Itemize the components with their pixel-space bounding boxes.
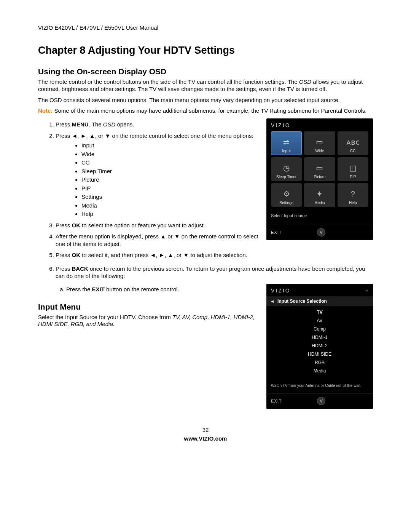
gear-icon: ⚙ (283, 189, 290, 198)
text: to select the option or feature you want… (80, 222, 205, 228)
text: button on the remote control. (105, 286, 179, 292)
osd-input-selection-image: VIZIO ⌂ ◄ Input Source Selection TV AV C… (266, 284, 373, 409)
steps-list-continued: Press BACK once to return to the previou… (38, 265, 373, 280)
step-5: Press OK to select it, and then press ◄,… (56, 251, 261, 259)
bullet: Settings (81, 193, 261, 201)
section-heading-input-menu: Input Menu (38, 302, 261, 312)
clock-icon: ◷ (283, 163, 290, 173)
osd-tile-pip[interactable]: ◫PIP (338, 157, 368, 181)
home-icon[interactable]: ⌂ (366, 288, 368, 293)
document-page: VIZIO E420VL / E470VL / E550VL User Manu… (0, 0, 411, 457)
osd-term: OSD (103, 121, 116, 128)
input-item-rgb[interactable]: RGB (266, 358, 373, 367)
manual-header-line: VIZIO E420VL / E470VL / E550VL User Manu… (38, 24, 373, 31)
osd-main-menu-image: VIZIO ⇌Input ▭Wide ᴀʙᴄCC ◷Sleep Timer ▭P… (266, 118, 373, 240)
bullet: Wide (81, 150, 261, 158)
bullet: PIP (81, 185, 261, 192)
text: The remote control or the control button… (38, 78, 299, 85)
osd-tile-settings[interactable]: ⚙Settings (271, 183, 302, 207)
text: once to return to the previous screen. T… (56, 265, 365, 280)
text: opens. (115, 121, 134, 128)
bullet: CC (81, 159, 261, 166)
osd-tile-grid: ⇌Input ▭Wide ᴀʙᴄCC ◷Sleep Timer ▭Picture… (266, 131, 373, 210)
input-item-av[interactable]: AV (266, 316, 373, 325)
chevron-left-icon[interactable]: ◄ (270, 299, 274, 304)
v-button[interactable]: V (317, 397, 325, 405)
page-number: 32 (38, 427, 373, 433)
text: . The (89, 121, 103, 128)
input-item-tv[interactable]: TV (266, 308, 373, 316)
menu-options-bullets: Input Wide CC Sleep Timer Picture PIP Se… (56, 142, 261, 218)
bullet: Sleep Timer (81, 168, 261, 175)
tile-label: Picture (314, 175, 325, 179)
tile-label: Sleep Timer (276, 175, 296, 179)
text: Press (56, 265, 72, 272)
help-icon: ? (351, 190, 355, 198)
tile-label: CC (350, 149, 355, 153)
step-6: Press BACK once to return to the previou… (56, 265, 373, 280)
exit-button[interactable]: EXIT (271, 399, 282, 403)
step-3: Press OK to select the option or feature… (56, 222, 261, 229)
osd-tile-sleep[interactable]: ◷Sleep Timer (271, 157, 302, 181)
osd-note: Note: Some of the main menu options may … (38, 107, 373, 115)
osd-term: OSD (299, 78, 312, 85)
osd2-top-bar: VIZIO ⌂ (266, 284, 373, 296)
osd-tile-media[interactable]: ✦Media (304, 183, 335, 207)
osd-paragraph-1: The remote control or the control button… (38, 78, 373, 93)
text: Press (56, 222, 72, 228)
input-icon: ⇌ (283, 137, 290, 147)
tile-label: Settings (280, 201, 293, 205)
input-menu-with-image: Press the EXIT button on the remote cont… (38, 284, 373, 409)
wide-icon: ▭ (316, 137, 323, 147)
vizio-brand: VIZIO (271, 288, 291, 294)
tile-label: PIP (350, 175, 356, 179)
pip-icon: ◫ (349, 163, 357, 173)
bullet: Picture (81, 176, 261, 184)
v-button[interactable]: V (317, 228, 325, 236)
osd-tile-wide[interactable]: ▭Wide (304, 131, 335, 155)
exit-button[interactable]: EXIT (271, 230, 282, 235)
input-item-hdmiside[interactable]: HDMI SIDE (266, 350, 373, 358)
steps-list: Press MENU. The OSD opens. Press ◄, ►, ▲… (38, 121, 261, 259)
bullet: Help (81, 210, 261, 218)
text: to select it, and then press ◄, ►, ▲, or… (80, 252, 247, 258)
osd2-title: Input Source Selection (277, 299, 327, 304)
tile-label: Input (282, 149, 291, 153)
back-key: BACK (72, 265, 88, 272)
osd-tile-picture[interactable]: ▭Picture (304, 157, 335, 181)
ok-key: OK (72, 252, 81, 258)
text: Select the Input Source for your HDTV. C… (38, 314, 172, 320)
steps-with-osd-image: Press MENU. The OSD opens. Press ◄, ►, ▲… (38, 118, 373, 263)
vizio-brand: VIZIO (266, 118, 373, 131)
media-icon: ✦ (316, 189, 323, 198)
text: Press (56, 121, 72, 128)
osd-tile-help[interactable]: ?Help (338, 183, 368, 207)
input-menu-text: Press the EXIT button on the remote cont… (38, 284, 261, 332)
input-item-comp[interactable]: Comp (266, 325, 373, 333)
osd2-title-bar: ◄ Input Source Selection (266, 296, 373, 307)
osd-tile-input[interactable]: ⇌Input (271, 131, 302, 155)
bullet: Input (81, 142, 261, 149)
bullet: Media (81, 202, 261, 209)
input-item-hdmi1[interactable]: HDMI-1 (266, 333, 373, 342)
text: Press the (66, 286, 92, 292)
input-menu-paragraph: Select the Input Source for your HDTV. C… (38, 314, 261, 328)
osd2-help-note: Watch TV from your Antenna or Cable out-… (266, 377, 373, 394)
steps-column: Press MENU. The OSD opens. Press ◄, ►, ▲… (38, 118, 261, 263)
tile-label: Wide (315, 149, 324, 153)
tile-label: Media (314, 201, 325, 205)
text: Press (56, 252, 72, 258)
osd2-bottom-bar: EXIT V (266, 393, 373, 409)
osd-caption: Select Input source (266, 210, 373, 225)
menu-key: MENU (72, 121, 89, 128)
input-item-media[interactable]: Media (266, 367, 373, 375)
step-6a: Press the EXIT button on the remote cont… (66, 286, 261, 292)
ok-key: OK (72, 222, 81, 228)
page-footer: 32 www.VIZIO.com (38, 427, 373, 442)
exit-key: EXIT (92, 286, 105, 292)
section-heading-osd: Using the On-screen Display OSD (38, 67, 373, 76)
input-item-hdmi2[interactable]: HDMI-2 (266, 342, 373, 350)
osd-tile-cc[interactable]: ᴀʙᴄCC (338, 131, 368, 155)
step-1: Press MENU. The OSD opens. (56, 121, 261, 128)
step-4: After the menu option is displayed, pres… (56, 233, 261, 248)
